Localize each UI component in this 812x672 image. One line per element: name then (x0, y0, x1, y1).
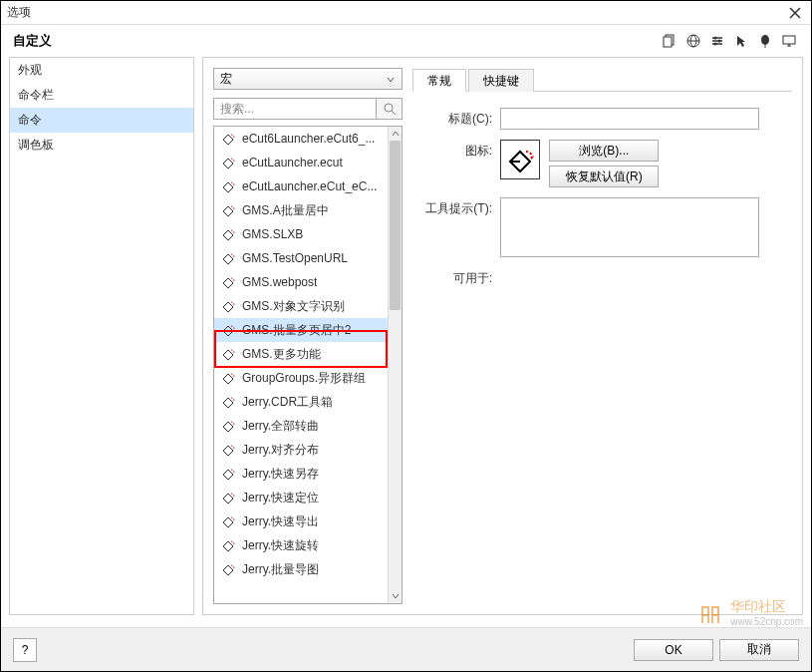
list-item-label: Jerry.快速另存 (242, 466, 319, 483)
list-item-label: Jerry.对齐分布 (242, 442, 319, 459)
tab[interactable]: 常规 (412, 69, 466, 92)
header: 自定义 (1, 25, 811, 57)
list-item[interactable]: Jerry.批量导图 (214, 557, 388, 581)
footer: ? OK 取消 (1, 627, 811, 671)
cursor-icon[interactable] (731, 31, 751, 51)
macro-icon (220, 202, 236, 218)
monitor-icon[interactable] (779, 31, 799, 51)
list-item[interactable]: GMS.A批量居中 (214, 198, 388, 222)
sidebar-item[interactable]: 命令 (10, 108, 193, 133)
settings-icon[interactable] (707, 31, 727, 51)
globe-icon[interactable] (683, 31, 703, 51)
svg-rect-7 (783, 36, 795, 44)
icon-preview (500, 140, 540, 179)
icon-label: 图标: (420, 140, 500, 187)
list-item[interactable]: Jerry.快速另存 (214, 462, 388, 486)
sidebar-item[interactable]: 命令栏 (10, 83, 193, 108)
search-placeholder: 搜索... (220, 101, 254, 118)
list-item-label: Jerry.批量导图 (242, 561, 319, 578)
list-item-label: eCutLauncher.eCut_eC... (242, 179, 377, 193)
search-button[interactable] (377, 98, 403, 120)
browse-button[interactable]: 浏览(B)... (549, 140, 659, 162)
list-item[interactable]: eCutLauncher.ecut (214, 151, 388, 174)
form: 标题(C): 图标: (412, 92, 792, 313)
scroll-up-icon[interactable] (389, 127, 402, 141)
macro-icon (220, 298, 236, 314)
cancel-button[interactable]: 取消 (719, 639, 799, 661)
svg-rect-1 (664, 37, 672, 47)
list-item-label: GMS.webpost (242, 275, 317, 289)
tooltip-input[interactable] (500, 197, 759, 257)
macro-icon (220, 178, 236, 194)
title-label: 标题(C): (420, 108, 500, 130)
copy-icon[interactable] (660, 31, 679, 51)
list-item-label: eCutLauncher.ecut (242, 156, 343, 169)
sidebar-item[interactable]: 调色板 (10, 133, 193, 158)
title-input[interactable] (500, 108, 759, 130)
balloon-icon[interactable] (755, 31, 775, 51)
svg-point-8 (385, 104, 393, 112)
list-item-label: GroupGroups.异形群组 (242, 370, 366, 387)
macro-icon (220, 490, 236, 505)
list-item-label: Jerry.全部转曲 (242, 418, 319, 435)
list-item-label: GMS.TestOpenURL (242, 251, 348, 265)
list-item-label: Jerry.CDR工具箱 (242, 394, 333, 411)
list-item[interactable]: eCutLauncher.eCut_eC... (214, 174, 388, 198)
list-item[interactable]: GMS.批量多页居中2 (214, 318, 388, 342)
macro-icon (220, 346, 236, 362)
list-item[interactable]: GMS.SLXB (214, 222, 388, 246)
sidebar-item[interactable]: 外观 (10, 58, 193, 83)
ok-button[interactable]: OK (634, 639, 713, 661)
sidebar: 外观命令栏命令调色板 (9, 57, 194, 615)
titlebar: 选项 (1, 1, 811, 25)
scrollbar[interactable] (388, 127, 402, 603)
macro-icon (220, 442, 236, 458)
list-item[interactable]: GroupGroups.异形群组 (214, 366, 388, 390)
page-heading: 自定义 (13, 32, 660, 50)
list-item-label: Jerry.快速导出 (242, 513, 319, 530)
category-combo[interactable]: 宏 (213, 68, 403, 90)
macro-icon (220, 513, 236, 529)
list-item[interactable]: GMS.对象文字识别 (214, 294, 388, 318)
list-item[interactable]: GMS.webpost (214, 270, 388, 294)
search-input[interactable]: 搜索... (213, 98, 377, 120)
svg-point-6 (761, 35, 769, 45)
chevron-down-icon (384, 73, 398, 87)
svg-point-5 (714, 43, 717, 46)
list-item-label: Jerry.快速旋转 (242, 537, 319, 554)
list-item[interactable]: GMS.TestOpenURL (214, 246, 388, 270)
list-item[interactable]: GMS.更多功能 (214, 342, 388, 366)
macro-icon (220, 226, 236, 242)
scroll-down-icon[interactable] (389, 589, 402, 603)
available-label: 可用于: (420, 267, 500, 287)
svg-point-4 (718, 40, 721, 43)
options-dialog: 选项 自定义 外观命令栏命令调色板 宏 搜索... (0, 0, 812, 672)
macro-icon (220, 537, 236, 553)
scroll-thumb[interactable] (390, 141, 401, 310)
list-item-label: Jerry.快速定位 (242, 490, 319, 506)
help-button[interactable]: ? (13, 638, 37, 662)
list-item-label: GMS.SLXB (242, 227, 303, 241)
list-item[interactable]: Jerry.快速定位 (214, 486, 388, 509)
macro-icon (220, 394, 236, 410)
list-item-label: GMS.批量多页居中2 (242, 322, 351, 339)
list-item[interactable]: Jerry.快速导出 (214, 509, 388, 533)
list-item[interactable]: eCut6Launcher.eCut6_... (214, 127, 388, 151)
tab[interactable]: 快捷键 (468, 69, 534, 92)
combo-value: 宏 (220, 71, 232, 88)
main-panel: 宏 搜索... eCut6Launcher.eCut6_...eCutLaunc… (202, 57, 803, 615)
list-item[interactable]: Jerry.快速旋转 (214, 533, 388, 557)
search-icon (383, 102, 397, 116)
list-item[interactable]: Jerry.全部转曲 (214, 414, 388, 438)
macro-icon (220, 561, 236, 577)
restore-default-button[interactable]: 恢复默认值(R) (549, 166, 659, 187)
window-title: 选项 (7, 4, 785, 21)
command-list: eCut6Launcher.eCut6_...eCutLauncher.ecut… (213, 126, 403, 604)
watermark-url: www.52cnp.com (730, 616, 803, 627)
list-item-label: GMS.对象文字识别 (242, 298, 345, 315)
list-item[interactable]: Jerry.CDR工具箱 (214, 390, 388, 414)
list-item[interactable]: Jerry.对齐分布 (214, 438, 388, 462)
bucket-icon (504, 144, 536, 175)
close-button[interactable] (785, 3, 805, 23)
macro-icon (220, 466, 236, 482)
